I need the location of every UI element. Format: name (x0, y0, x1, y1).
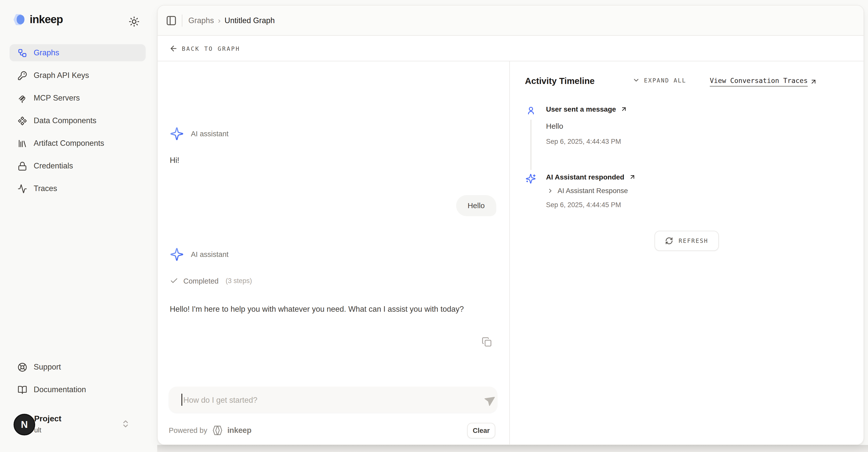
workflow-icon (18, 48, 27, 58)
arrow-up-right-icon (621, 106, 628, 113)
chevron-down-icon (632, 77, 640, 84)
sidebar-item-support[interactable]: Support (9, 359, 146, 375)
sidebar-item-artifact-components[interactable]: Artifact Components (9, 135, 146, 152)
breadcrumb-page-title: Untitled Graph (224, 16, 275, 25)
sidebar-item-label: Graphs (34, 48, 59, 57)
breadcrumb-graphs[interactable]: Graphs (188, 16, 214, 25)
timeline-event-body: Hello (546, 122, 563, 130)
sidebar-item-traces[interactable]: Traces (9, 180, 146, 197)
sidebar-item-graph-api-keys[interactable]: Graph API Keys (9, 67, 146, 84)
sidebar-toggle-button[interactable] (166, 15, 177, 26)
back-to-graph-label: BACK TO GRAPH (182, 45, 240, 52)
sidebar-footer: Support Documentation (9, 359, 146, 404)
sidebar-item-graphs[interactable]: Graphs (9, 44, 146, 61)
view-conversation-traces-link[interactable]: View Conversation Traces (710, 77, 817, 86)
chat-input-container (169, 387, 497, 413)
sidebar: inkeep Graphs (0, 0, 157, 452)
life-buoy-icon (18, 362, 27, 372)
activity-icon (18, 184, 27, 193)
book-open-icon (18, 385, 27, 394)
header-divider (182, 15, 182, 27)
status-steps: (3 steps) (225, 277, 252, 285)
arrow-left-icon (169, 44, 178, 53)
timeline-connector (530, 120, 531, 170)
sidebar-item-label: Traces (34, 184, 57, 193)
breadcrumb: Graphs › Untitled Graph (188, 5, 275, 35)
assistant-message-text: Hello! I'm here to help you with whateve… (170, 303, 495, 316)
sidebar-item-label: MCP Servers (34, 93, 80, 103)
clear-button[interactable]: Clear (467, 423, 495, 439)
copy-message-button[interactable] (482, 336, 493, 347)
text-caret (181, 394, 182, 406)
check-icon (170, 277, 178, 285)
breadcrumb-separator: › (218, 16, 220, 25)
inkeep-logo-icon (12, 13, 26, 26)
sidebar-item-credentials[interactable]: Credentials (9, 158, 146, 174)
timeline-event-title[interactable]: AI Assistant responded (546, 173, 636, 181)
logo-wordmark: inkeep (30, 13, 63, 26)
timeline-event-title[interactable]: User sent a message (546, 105, 628, 113)
sidebar-item-label: Graph API Keys (34, 71, 89, 80)
timeline-event-timestamp: Sep 6, 2025, 4:44:45 PM (546, 201, 621, 209)
refresh-icon (665, 237, 673, 245)
lock-icon (18, 161, 27, 171)
copy-icon (482, 337, 493, 347)
powered-by-label: Powered by (169, 426, 207, 434)
theme-toggle-button[interactable] (129, 16, 141, 28)
powered-by[interactable]: Powered by inkeep (169, 425, 251, 436)
project-switcher[interactable]: N Project ult (9, 411, 146, 440)
timeline-event-timestamp: Sep 6, 2025, 4:44:43 PM (546, 138, 621, 145)
assistant-label: AI assistant (191, 250, 228, 258)
sidebar-item-data-components[interactable]: Data Components (9, 112, 146, 129)
mcp-icon (18, 93, 27, 103)
sun-icon (129, 16, 141, 27)
sidebar-item-label: Credentials (34, 161, 73, 170)
expand-all-button[interactable]: EXPAND ALL (632, 77, 686, 84)
sidebar-item-label: Documentation (34, 385, 86, 394)
status-label: Completed (183, 277, 218, 285)
send-icon (483, 391, 499, 408)
back-to-graph-button[interactable]: BACK TO GRAPH (166, 41, 243, 56)
inkeep-mark-icon (211, 425, 224, 436)
inkeep-logo[interactable]: inkeep (12, 13, 63, 26)
key-icon (18, 70, 27, 80)
view-traces-label: View Conversation Traces (710, 77, 808, 86)
chat-panel: AI assistant Hi! Hello AI assistant (158, 61, 510, 445)
assistant-message-header: AI assistant (170, 127, 228, 141)
component-icon (18, 116, 27, 125)
assistant-response-expander[interactable]: AI Assistant Response (547, 187, 628, 195)
project-subtitle: ult (34, 426, 41, 434)
panel-left-icon (166, 15, 177, 26)
send-button[interactable] (485, 394, 497, 406)
assistant-message-header: AI assistant (170, 247, 228, 261)
project-title: Project (34, 414, 62, 423)
avatar: N (13, 414, 35, 435)
user-icon (526, 106, 536, 116)
main-card: Graphs › Untitled Graph BACK TO GRAPH (157, 5, 864, 445)
sidebar-item-mcp-servers[interactable]: MCP Servers (9, 89, 146, 107)
timeline-title: Activity Timeline (525, 76, 595, 86)
sidebar-item-label: Data Components (34, 116, 96, 125)
chat-input[interactable] (182, 387, 471, 414)
refresh-button[interactable]: REFRESH (654, 231, 719, 251)
chevron-right-icon (547, 187, 554, 194)
chevrons-up-down-icon (121, 419, 130, 428)
completion-status[interactable]: Completed (3 steps) (170, 277, 252, 285)
expand-all-label: EXPAND ALL (644, 77, 686, 84)
sidebar-item-label: Artifact Components (34, 139, 104, 148)
refresh-label: REFRESH (679, 237, 708, 244)
powered-by-brand: inkeep (227, 426, 251, 435)
sidebar-item-documentation[interactable]: Documentation (9, 381, 146, 398)
app-root: inkeep Graphs (0, 0, 868, 452)
page-bottom-edge (157, 445, 868, 452)
sparkles-icon (170, 127, 184, 141)
content-area: AI assistant Hi! Hello AI assistant (158, 61, 864, 445)
activity-timeline-panel: Activity Timeline EXPAND ALL View Conver… (510, 61, 864, 445)
sparkles-icon (170, 247, 184, 261)
arrow-up-right-icon (629, 173, 636, 180)
library-icon (18, 139, 27, 148)
sidebar-nav: Graphs Graph API Keys MC (9, 44, 146, 203)
avatar-letter: N (21, 419, 28, 430)
top-bar: Graphs › Untitled Graph (158, 5, 864, 36)
arrow-up-right-icon (810, 78, 817, 85)
